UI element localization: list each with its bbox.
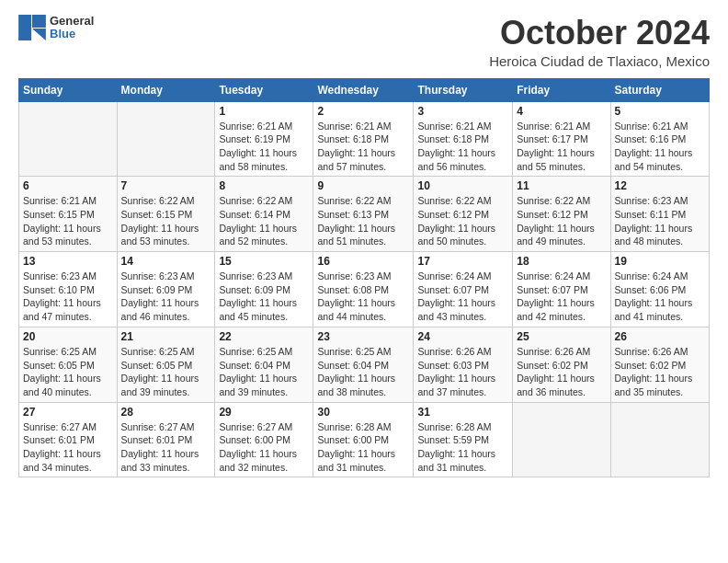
day-number: 7	[121, 179, 211, 192]
header-right: October 2024 Heroica Ciudad de Tlaxiaco,…	[489, 15, 710, 69]
calendar-cell: 6Sunrise: 6:21 AM Sunset: 6:15 PM Daylig…	[19, 177, 118, 252]
day-info: Sunrise: 6:22 AM Sunset: 6:12 PM Dayligh…	[417, 194, 508, 248]
day-info: Sunrise: 6:25 AM Sunset: 6:04 PM Dayligh…	[317, 345, 409, 399]
day-number: 31	[417, 406, 508, 419]
day-number: 4	[517, 105, 606, 118]
day-number: 8	[219, 179, 309, 192]
day-info: Sunrise: 6:21 AM Sunset: 6:15 PM Dayligh…	[23, 194, 113, 248]
day-info: Sunrise: 6:21 AM Sunset: 6:18 PM Dayligh…	[417, 120, 508, 174]
calendar-cell: 7Sunrise: 6:22 AM Sunset: 6:15 PM Daylig…	[117, 177, 215, 252]
calendar-cell: 21Sunrise: 6:25 AM Sunset: 6:05 PM Dayli…	[117, 327, 215, 402]
day-info: Sunrise: 6:23 AM Sunset: 6:11 PM Dayligh…	[615, 194, 705, 248]
logo: General Blue	[18, 15, 94, 41]
calendar-cell: 22Sunrise: 6:25 AM Sunset: 6:04 PM Dayli…	[215, 327, 313, 402]
day-info: Sunrise: 6:27 AM Sunset: 6:00 PM Dayligh…	[219, 420, 309, 475]
header: General Blue October 2024 Heroica Ciudad…	[18, 15, 710, 69]
day-info: Sunrise: 6:22 AM Sunset: 6:15 PM Dayligh…	[121, 194, 211, 248]
calendar-cell: 23Sunrise: 6:25 AM Sunset: 6:04 PM Dayli…	[313, 327, 414, 402]
weekday-header: Sunday	[19, 78, 118, 101]
weekday-header: Friday	[513, 78, 610, 101]
calendar-cell: 10Sunrise: 6:22 AM Sunset: 6:12 PM Dayli…	[414, 177, 513, 252]
weekday-header: Monday	[117, 78, 215, 101]
calendar-cell: 24Sunrise: 6:26 AM Sunset: 6:03 PM Dayli…	[414, 327, 513, 402]
day-info: Sunrise: 6:24 AM Sunset: 6:06 PM Dayligh…	[615, 270, 705, 324]
calendar-week-row: 1Sunrise: 6:21 AM Sunset: 6:19 PM Daylig…	[19, 101, 710, 177]
day-info: Sunrise: 6:21 AM Sunset: 6:16 PM Dayligh…	[615, 120, 705, 174]
day-number: 22	[219, 330, 309, 343]
calendar-cell	[19, 101, 118, 177]
day-number: 1	[219, 105, 309, 118]
day-number: 16	[317, 255, 409, 268]
calendar-cell: 29Sunrise: 6:27 AM Sunset: 6:00 PM Dayli…	[215, 402, 313, 477]
day-number: 9	[317, 179, 409, 192]
day-info: Sunrise: 6:26 AM Sunset: 6:02 PM Dayligh…	[615, 345, 705, 399]
day-number: 10	[417, 179, 508, 192]
day-number: 25	[517, 330, 606, 343]
day-number: 27	[23, 406, 113, 419]
day-info: Sunrise: 6:24 AM Sunset: 6:07 PM Dayligh…	[417, 270, 508, 324]
calendar-cell: 26Sunrise: 6:26 AM Sunset: 6:02 PM Dayli…	[610, 327, 709, 402]
calendar-cell: 1Sunrise: 6:21 AM Sunset: 6:19 PM Daylig…	[215, 101, 313, 177]
day-info: Sunrise: 6:25 AM Sunset: 6:04 PM Dayligh…	[219, 345, 309, 399]
day-number: 24	[417, 330, 508, 343]
calendar-cell: 17Sunrise: 6:24 AM Sunset: 6:07 PM Dayli…	[414, 252, 513, 327]
day-number: 20	[23, 330, 113, 343]
day-number: 26	[615, 330, 705, 343]
day-number: 6	[23, 179, 113, 192]
day-info: Sunrise: 6:25 AM Sunset: 6:05 PM Dayligh…	[121, 345, 211, 399]
day-number: 19	[615, 255, 705, 268]
day-number: 3	[417, 105, 508, 118]
location-title: Heroica Ciudad de Tlaxiaco, Mexico	[489, 53, 710, 69]
day-number: 29	[219, 406, 309, 419]
day-number: 12	[615, 179, 705, 192]
day-info: Sunrise: 6:22 AM Sunset: 6:14 PM Dayligh…	[219, 194, 309, 248]
calendar-cell: 9Sunrise: 6:22 AM Sunset: 6:13 PM Daylig…	[313, 177, 414, 252]
day-number: 21	[121, 330, 211, 343]
day-info: Sunrise: 6:23 AM Sunset: 6:10 PM Dayligh…	[23, 270, 113, 324]
calendar-cell: 15Sunrise: 6:23 AM Sunset: 6:09 PM Dayli…	[215, 252, 313, 327]
day-info: Sunrise: 6:23 AM Sunset: 6:08 PM Dayligh…	[317, 270, 409, 324]
calendar-cell	[610, 402, 709, 477]
weekday-header: Tuesday	[215, 78, 313, 101]
day-number: 11	[517, 179, 606, 192]
page: General Blue October 2024 Heroica Ciudad…	[0, 0, 728, 563]
logo-icon	[18, 15, 46, 40]
calendar-cell: 8Sunrise: 6:22 AM Sunset: 6:14 PM Daylig…	[215, 177, 313, 252]
calendar-cell: 2Sunrise: 6:21 AM Sunset: 6:18 PM Daylig…	[313, 101, 414, 177]
day-number: 17	[417, 255, 508, 268]
day-number: 13	[23, 255, 113, 268]
calendar-cell	[117, 101, 215, 177]
day-info: Sunrise: 6:23 AM Sunset: 6:09 PM Dayligh…	[121, 270, 211, 324]
logo-text: General Blue	[50, 15, 94, 41]
weekday-header: Wednesday	[313, 78, 414, 101]
calendar-header-row: SundayMondayTuesdayWednesdayThursdayFrid…	[19, 78, 710, 101]
day-number: 18	[517, 255, 606, 268]
day-info: Sunrise: 6:26 AM Sunset: 6:02 PM Dayligh…	[517, 345, 606, 399]
day-number: 2	[317, 105, 409, 118]
day-info: Sunrise: 6:21 AM Sunset: 6:19 PM Dayligh…	[219, 120, 309, 174]
calendar-week-row: 13Sunrise: 6:23 AM Sunset: 6:10 PM Dayli…	[19, 252, 710, 327]
calendar-cell: 31Sunrise: 6:28 AM Sunset: 5:59 PM Dayli…	[414, 402, 513, 477]
day-info: Sunrise: 6:27 AM Sunset: 6:01 PM Dayligh…	[121, 420, 211, 475]
calendar-table: SundayMondayTuesdayWednesdayThursdayFrid…	[18, 78, 710, 478]
day-number: 5	[615, 105, 705, 118]
calendar-cell: 16Sunrise: 6:23 AM Sunset: 6:08 PM Dayli…	[313, 252, 414, 327]
day-info: Sunrise: 6:27 AM Sunset: 6:01 PM Dayligh…	[23, 420, 113, 475]
calendar-cell: 25Sunrise: 6:26 AM Sunset: 6:02 PM Dayli…	[513, 327, 610, 402]
calendar-cell: 19Sunrise: 6:24 AM Sunset: 6:06 PM Dayli…	[610, 252, 709, 327]
svg-rect-0	[18, 15, 31, 40]
day-info: Sunrise: 6:22 AM Sunset: 6:13 PM Dayligh…	[317, 194, 409, 248]
calendar-cell: 11Sunrise: 6:22 AM Sunset: 6:12 PM Dayli…	[513, 177, 610, 252]
day-number: 15	[219, 255, 309, 268]
day-info: Sunrise: 6:28 AM Sunset: 5:59 PM Dayligh…	[417, 420, 508, 475]
day-info: Sunrise: 6:26 AM Sunset: 6:03 PM Dayligh…	[417, 345, 508, 399]
day-info: Sunrise: 6:21 AM Sunset: 6:18 PM Dayligh…	[317, 120, 409, 174]
calendar-cell: 4Sunrise: 6:21 AM Sunset: 6:17 PM Daylig…	[513, 101, 610, 177]
logo-general: General	[50, 15, 94, 28]
calendar-cell: 12Sunrise: 6:23 AM Sunset: 6:11 PM Dayli…	[610, 177, 709, 252]
day-number: 23	[317, 330, 409, 343]
day-info: Sunrise: 6:24 AM Sunset: 6:07 PM Dayligh…	[517, 270, 606, 324]
day-info: Sunrise: 6:25 AM Sunset: 6:05 PM Dayligh…	[23, 345, 113, 399]
calendar-cell: 18Sunrise: 6:24 AM Sunset: 6:07 PM Dayli…	[513, 252, 610, 327]
calendar-cell: 30Sunrise: 6:28 AM Sunset: 6:00 PM Dayli…	[313, 402, 414, 477]
